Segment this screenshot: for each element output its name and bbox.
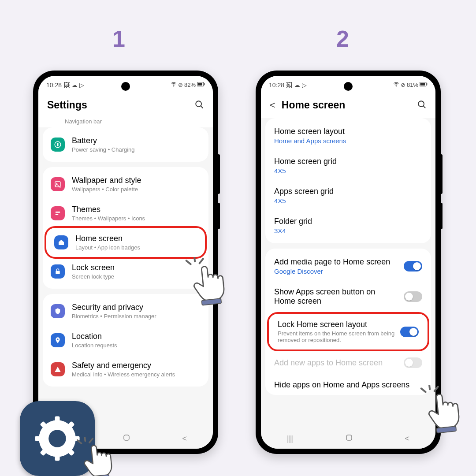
section: Home screen layout Home and Apps screens… [265, 118, 431, 243]
svg-point-13 [57, 338, 58, 340]
clock: 10:28 [269, 82, 284, 89]
search-icon[interactable] [417, 100, 427, 111]
settings-item-location[interactable]: Location Location requests [43, 326, 208, 355]
gallery-icon: 🖼 [286, 82, 292, 89]
tap-cursor-icon [75, 433, 124, 476]
settings-item-themes[interactable]: Themes Themes • Wallpapers • Icons [43, 199, 208, 228]
cloud-icon: ☁ [294, 82, 300, 89]
item-title: Home screen grid [274, 157, 422, 166]
item-subtitle: Power saving • Charging [72, 146, 201, 153]
svg-rect-25 [55, 453, 60, 461]
section: Add media page to Home screen Google Dis… [265, 249, 431, 395]
lock-home-layout-item[interactable]: Lock Home screen layout Prevent items on… [267, 312, 429, 351]
step-2-label: 2 [336, 26, 349, 52]
svg-point-9 [56, 183, 58, 184]
header: < Home screen [261, 91, 435, 118]
svg-rect-18 [427, 83, 428, 86]
item-title: Battery [72, 136, 201, 145]
svg-line-5 [201, 106, 203, 108]
settings-item-security[interactable]: Security and privacy Biometrics • Permis… [43, 297, 208, 326]
add-new-apps-item[interactable]: Add new apps to Home screen [265, 351, 431, 374]
item-title: Home screen layout [274, 127, 422, 136]
folder-grid-item[interactable]: Folder grid 3X4 [265, 211, 431, 241]
item-title: Add media page to Home screen [274, 257, 398, 267]
item-value: 4X5 [274, 167, 422, 175]
settings-item-safety[interactable]: Safety and emergency Medical info • Wire… [43, 355, 208, 384]
item-title: Home screen [75, 234, 197, 243]
step-1-label: 1 [112, 26, 125, 52]
volume-button [440, 154, 443, 194]
toggle-switch[interactable] [404, 291, 422, 302]
home-screen-layout-item[interactable]: Home screen layout Home and Apps screens [265, 121, 431, 151]
home-screen-grid-item[interactable]: Home screen grid 4X5 [265, 151, 431, 181]
item-title: Hide apps on Home and Apps screens [274, 380, 422, 390]
svg-rect-14 [124, 435, 129, 440]
volume-button [217, 154, 220, 194]
phone-mockup-2: 10:28 🖼 ☁ ▷ ⊘ 81% < Home screen [256, 71, 441, 454]
svg-line-20 [424, 106, 426, 108]
settings-item-battery[interactable]: Battery Power saving • Charging [43, 130, 208, 159]
item-title: Wallpaper and style [72, 176, 201, 185]
wifi-icon [171, 81, 177, 89]
svg-rect-7 [57, 143, 59, 146]
no-signal-icon: ⊘ [178, 82, 183, 88]
item-subtitle: Layout • App icon badges [75, 244, 197, 251]
item-subtitle: Wallpapers • Color palette [72, 186, 201, 193]
home-button[interactable] [345, 434, 353, 444]
back-button[interactable]: < [405, 434, 410, 443]
svg-point-4 [196, 101, 201, 107]
item-title: Security and privacy [72, 303, 201, 312]
item-title: Lock Home screen layout [278, 320, 395, 329]
svg-rect-24 [55, 416, 60, 424]
prev-item-label: Navigation bar [38, 118, 213, 127]
battery-icon [197, 82, 205, 88]
settings-item-home-screen[interactable]: Home screen Layout • App icon badges [45, 226, 207, 259]
hide-apps-item[interactable]: Hide apps on Home and Apps screens [265, 374, 431, 390]
home-icon [54, 235, 68, 249]
item-value: Google Discover [274, 268, 398, 275]
svg-point-0 [173, 86, 174, 86]
show-apps-button-item[interactable]: Show Apps screen button on Home screen [265, 281, 431, 312]
camera-notch [344, 82, 353, 91]
power-button [217, 203, 220, 229]
battery-percent: 81% [407, 82, 418, 88]
battery-icon [420, 82, 428, 88]
apps-screen-grid-item[interactable]: Apps screen grid 4X5 [265, 181, 431, 211]
section: Security and privacy Biometrics • Permis… [43, 294, 208, 387]
tap-cursor-icon [418, 381, 472, 439]
battery-percent: 82% [184, 82, 196, 88]
item-subtitle: Screen lock type [72, 273, 201, 280]
toggle-switch[interactable] [400, 327, 419, 337]
toggle-switch[interactable] [404, 357, 422, 368]
page-title: Settings [47, 99, 87, 111]
back-button[interactable]: < [182, 434, 187, 443]
home-button[interactable] [123, 434, 130, 444]
item-title: Show Apps screen button on Home screen [274, 287, 398, 306]
settings-item-wallpaper[interactable]: Wallpaper and style Wallpapers • Color p… [43, 170, 208, 199]
battery-icon [51, 138, 65, 152]
section: Wallpaper and style Wallpapers • Color p… [43, 167, 208, 289]
search-icon[interactable] [194, 100, 204, 111]
svg-rect-3 [204, 83, 205, 86]
wallpaper-icon [51, 177, 65, 191]
svg-point-23 [48, 430, 66, 447]
item-subtitle: Medical info • Wireless emergency alerts [72, 371, 201, 378]
item-value: Home and Apps screens [274, 137, 422, 145]
shield-icon [51, 304, 65, 318]
recent-apps-button[interactable]: ||| [287, 434, 293, 443]
play-icon: ▷ [302, 82, 307, 89]
item-title: Folder grid [274, 217, 422, 226]
item-title: Add new apps to Home screen [274, 358, 398, 368]
item-value: 3X4 [274, 227, 422, 234]
lock-icon [51, 264, 65, 279]
svg-rect-10 [56, 212, 60, 213]
camera-notch [121, 82, 130, 91]
svg-rect-21 [346, 435, 352, 440]
back-button[interactable]: < [270, 100, 275, 111]
add-media-page-item[interactable]: Add media page to Home screen Google Dis… [265, 251, 431, 281]
power-button [440, 203, 443, 229]
svg-rect-12 [56, 271, 60, 274]
page-title: Home screen [282, 99, 345, 111]
toggle-switch[interactable] [404, 261, 422, 271]
item-title: Themes [72, 205, 201, 214]
